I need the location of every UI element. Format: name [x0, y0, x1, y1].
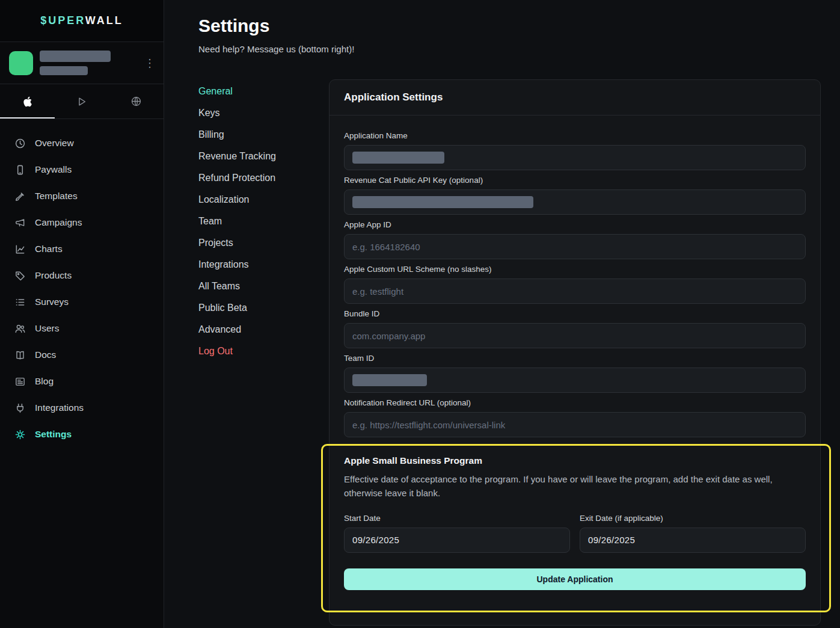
workspace-name-redacted	[40, 51, 142, 75]
news-icon	[14, 376, 26, 387]
revenuecat-api-key-input[interactable]	[344, 189, 806, 215]
field-label: Apple Custom URL Scheme (no slashes)	[344, 265, 806, 274]
sbp-title: Apple Small Business Program	[344, 455, 806, 466]
settings-nav-keys[interactable]: Keys	[198, 102, 329, 124]
logo-row: $UPERWALL	[0, 0, 164, 42]
field-custom-url-scheme: Apple Custom URL Scheme (no slashes)	[344, 265, 806, 304]
settings-nav-team[interactable]: Team	[198, 211, 329, 232]
book-icon	[14, 349, 26, 361]
settings-nav-advanced[interactable]: Advanced	[198, 319, 329, 340]
tab-play[interactable]	[55, 84, 109, 119]
sidebar-item-label: Products	[35, 270, 72, 281]
sidebar-item-label: Users	[35, 323, 59, 334]
sidebar-nav: Overview Paywalls Templates Campaigns Ch…	[0, 119, 164, 448]
settings-nav-public-beta[interactable]: Public Beta	[198, 297, 329, 319]
redacted-value	[352, 374, 427, 386]
field-revenuecat-api-key: Revenue Cat Public API Key (optional)	[344, 176, 806, 215]
sidebar: $UPERWALL ⋮ Overview	[0, 0, 164, 628]
play-icon	[76, 96, 87, 107]
exit-date-input[interactable]	[580, 528, 806, 553]
logo-text-teal: $UPER	[40, 14, 85, 26]
sidebar-item-paywalls[interactable]: Paywalls	[0, 156, 164, 183]
field-exit-date: Exit Date (if applicable)	[580, 514, 806, 553]
tab-globe[interactable]	[109, 84, 164, 119]
sidebar-item-surveys[interactable]: Surveys	[0, 289, 164, 315]
notification-redirect-url-input[interactable]	[344, 412, 806, 437]
page-subtitle: Need help? Message us (bottom right)!	[198, 44, 821, 54]
settings-nav-integrations[interactable]: Integrations	[198, 254, 329, 276]
application-name-input[interactable]	[344, 145, 806, 170]
field-notification-redirect-url: Notification Redirect URL (optional)	[344, 398, 806, 437]
redacted-bar	[40, 66, 88, 75]
sidebar-item-label: Campaigns	[35, 217, 82, 228]
kebab-menu-icon[interactable]: ⋮	[142, 57, 158, 70]
sidebar-item-label: Docs	[35, 349, 56, 360]
settings-nav: General Keys Billing Revenue Tracking Re…	[198, 79, 329, 626]
sidebar-item-charts[interactable]: Charts	[0, 236, 164, 262]
field-label: Application Name	[344, 131, 806, 140]
field-label: Notification Redirect URL (optional)	[344, 398, 806, 407]
sidebar-item-users[interactable]: Users	[0, 315, 164, 342]
phone-icon	[14, 164, 26, 176]
sidebar-item-label: Settings	[35, 429, 72, 440]
sidebar-item-products[interactable]: Products	[0, 262, 164, 289]
sidebar-item-label: Overview	[35, 138, 74, 149]
settings-nav-revenue-tracking[interactable]: Revenue Tracking	[198, 146, 329, 167]
chart-icon	[14, 244, 26, 255]
platform-tabs	[0, 84, 164, 119]
sidebar-item-settings[interactable]: Settings	[0, 421, 164, 448]
redacted-value	[352, 152, 444, 164]
megaphone-icon	[14, 217, 26, 229]
redacted-bar	[40, 51, 111, 62]
sidebar-item-label: Surveys	[35, 297, 69, 307]
field-label: Team ID	[344, 354, 806, 363]
bundle-id-input[interactable]	[344, 323, 806, 348]
field-label: Apple App ID	[344, 220, 806, 229]
globe-icon	[130, 96, 142, 107]
brush-icon	[14, 191, 26, 202]
sidebar-item-integrations[interactable]: Integrations	[0, 395, 164, 421]
sidebar-item-blog[interactable]: Blog	[0, 368, 164, 395]
settings-nav-projects[interactable]: Projects	[198, 232, 329, 254]
settings-nav-refund-protection[interactable]: Refund Protection	[198, 167, 329, 189]
settings-nav-localization[interactable]: Localization	[198, 189, 329, 211]
users-icon	[14, 323, 26, 334]
settings-nav-all-teams[interactable]: All Teams	[198, 276, 329, 297]
logout-link[interactable]: Log Out	[198, 340, 329, 362]
card-title: Application Settings	[330, 80, 820, 115]
sbp-description: Effective date of acceptance to the prog…	[344, 472, 806, 500]
field-start-date: Start Date	[344, 514, 570, 553]
field-bundle-id: Bundle ID	[344, 309, 806, 348]
team-id-input[interactable]	[344, 368, 806, 393]
page-title: Settings	[198, 16, 821, 36]
apple-app-id-input[interactable]	[344, 234, 806, 259]
field-label: Exit Date (if applicable)	[580, 514, 806, 523]
sidebar-item-overview[interactable]: Overview	[0, 130, 164, 156]
sidebar-item-docs[interactable]: Docs	[0, 342, 164, 368]
update-application-button[interactable]: Update Application	[344, 568, 806, 590]
workspace-avatar	[9, 51, 33, 75]
overview-icon	[14, 138, 26, 149]
custom-url-scheme-input[interactable]	[344, 279, 806, 304]
field-label: Start Date	[344, 514, 570, 523]
application-settings-card: Application Settings Application Name Re…	[329, 79, 821, 626]
field-label: Bundle ID	[344, 309, 806, 318]
sidebar-item-label: Charts	[35, 244, 63, 254]
settings-nav-general[interactable]: General	[198, 81, 329, 102]
superwall-logo[interactable]: $UPERWALL	[40, 14, 123, 27]
sidebar-item-label: Blog	[35, 376, 54, 387]
field-apple-app-id: Apple App ID	[344, 220, 806, 259]
field-label: Revenue Cat Public API Key (optional)	[344, 176, 806, 185]
tab-apple[interactable]	[0, 84, 55, 119]
list-icon	[14, 297, 26, 308]
sidebar-item-campaigns[interactable]: Campaigns	[0, 209, 164, 236]
app-root: $UPERWALL ⋮ Overview	[0, 0, 840, 628]
sidebar-item-label: Paywalls	[35, 164, 72, 175]
sidebar-item-templates[interactable]: Templates	[0, 183, 164, 209]
redacted-value	[352, 196, 533, 208]
apple-icon	[22, 96, 32, 108]
sidebar-item-label: Integrations	[35, 402, 84, 413]
settings-nav-billing[interactable]: Billing	[198, 124, 329, 146]
start-date-input[interactable]	[344, 528, 570, 553]
workspace-selector[interactable]: ⋮	[0, 42, 164, 84]
